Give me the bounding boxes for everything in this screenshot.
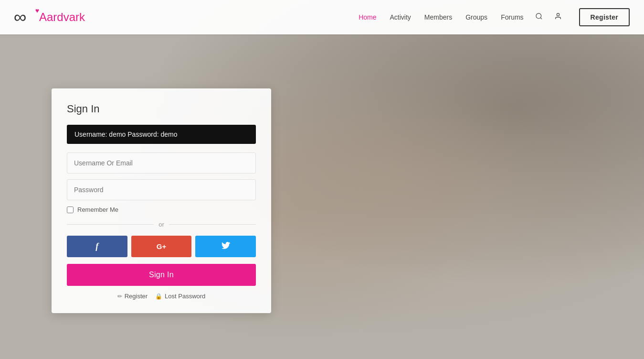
svg-line-1 (540, 18, 542, 19)
lost-password-link-text: Lost Password (165, 293, 205, 300)
remember-me-row: Remember Me (67, 206, 256, 213)
remember-me-label: Remember Me (77, 206, 118, 213)
nav-item-members[interactable]: Members (424, 13, 452, 22)
register-icon: ✏ (117, 293, 122, 300)
nav-item-activity[interactable]: Activity (390, 13, 411, 22)
nav-link-members[interactable]: Members (424, 13, 452, 21)
demo-credentials-bar: Username: demo Password: demo (67, 125, 256, 144)
or-line-left (67, 224, 154, 225)
nav-item-groups[interactable]: Groups (465, 13, 487, 22)
infinity-icon: ∞ (14, 9, 27, 25)
heart-icon: ♥ (35, 7, 39, 14)
nav-link-groups[interactable]: Groups (465, 13, 487, 21)
lock-icon: 🔒 (155, 293, 162, 300)
nav-icons: Register (533, 8, 630, 26)
social-buttons: f G+ (67, 236, 256, 257)
nav-link-home[interactable]: Home (359, 13, 376, 21)
password-input[interactable] (67, 179, 256, 200)
or-line-right (169, 224, 256, 225)
user-profile-button[interactable] (552, 11, 564, 24)
search-button[interactable] (533, 11, 545, 24)
googleplus-login-button[interactable]: G+ (131, 236, 192, 257)
or-text: or (158, 221, 164, 228)
sign-in-title: Sign In (67, 103, 256, 115)
nav-link-activity[interactable]: Activity (390, 13, 411, 21)
username-email-input[interactable] (67, 152, 256, 174)
logo-text: Aardvark (39, 11, 85, 24)
facebook-icon: f (95, 241, 98, 251)
nav-link-forums[interactable]: Forums (501, 13, 523, 21)
register-link[interactable]: ✏ Register (117, 293, 148, 300)
navbar: ∞ ♥ Aardvark Home Activity Members Group… (0, 0, 644, 34)
logo-vark: vark (63, 11, 85, 23)
or-divider: or (67, 221, 256, 228)
twitter-login-button[interactable] (195, 236, 256, 257)
nav-links: Home Activity Members Groups Forums (359, 13, 523, 22)
facebook-login-button[interactable]: f (67, 236, 127, 257)
register-nav-button[interactable]: Register (579, 8, 630, 26)
logo-icon: ∞ ♥ (14, 9, 38, 26)
nav-item-forums[interactable]: Forums (501, 13, 523, 22)
sign-in-button[interactable]: Sign In (67, 264, 256, 286)
svg-point-2 (557, 13, 559, 16)
twitter-icon (222, 242, 230, 251)
bottom-links: ✏ Register 🔒 Lost Password (67, 293, 256, 300)
logo-aard: Aard (39, 11, 63, 23)
svg-point-0 (536, 13, 541, 19)
remember-me-checkbox[interactable] (67, 207, 74, 213)
search-icon (535, 12, 543, 20)
register-link-text: Register (125, 293, 148, 300)
login-card: Sign In Username: demo Password: demo Re… (52, 88, 271, 313)
logo-link[interactable]: ∞ ♥ Aardvark (14, 9, 85, 26)
googleplus-icon: G+ (157, 242, 166, 250)
nav-item-home[interactable]: Home (359, 13, 376, 22)
lost-password-link[interactable]: 🔒 Lost Password (155, 293, 205, 300)
user-icon (554, 12, 562, 20)
